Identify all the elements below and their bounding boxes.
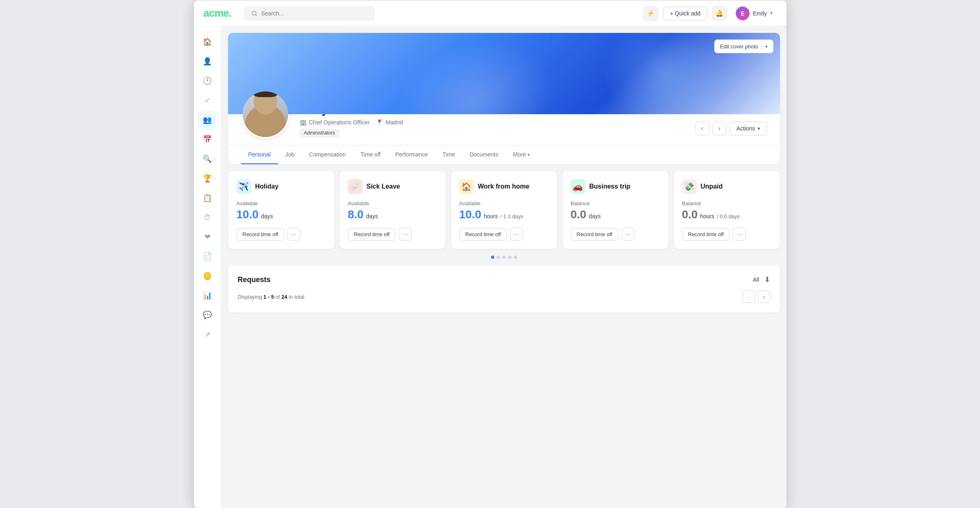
leave-sub-work-from-home: / 1.3 days bbox=[500, 213, 523, 219]
leave-icon-business-trip: 🚗 bbox=[571, 179, 585, 194]
profile-actions: ‹ › Actions ▾ bbox=[695, 122, 767, 139]
record-btn-business-trip[interactable]: Record time off bbox=[571, 228, 619, 241]
sidebar-item-home[interactable]: 🏠 bbox=[198, 33, 216, 51]
more-options-btn-sick-leave[interactable]: ··· bbox=[399, 228, 412, 241]
sidebar-item-coins[interactable]: 🪙 bbox=[198, 267, 216, 285]
sidebar-item-calendar[interactable]: 📅 bbox=[198, 130, 216, 148]
next-page-button[interactable]: › bbox=[758, 291, 770, 303]
briefcase-icon: 🏢 bbox=[300, 119, 306, 126]
tab-more[interactable]: More ▾ bbox=[506, 145, 537, 164]
leave-title-business-trip: Business trip bbox=[589, 183, 630, 190]
leave-value-business-trip: 0.0 bbox=[571, 208, 587, 221]
actions-chevron-icon: ▾ bbox=[758, 126, 760, 131]
leave-unit-business-trip: days bbox=[589, 213, 601, 219]
pagination-dot-4[interactable] bbox=[514, 256, 517, 259]
pagination-dot-3[interactable] bbox=[508, 256, 511, 259]
leave-value-row-unpaid: 0.0 hours / 0.0 days bbox=[682, 208, 771, 221]
requests-header: Requests All ⬇ bbox=[238, 275, 770, 284]
prev-profile-button[interactable]: ‹ bbox=[695, 122, 709, 135]
sidebar-item-share[interactable]: ↗ bbox=[198, 326, 216, 343]
search-bar[interactable] bbox=[244, 7, 374, 20]
tab-compensation[interactable]: Compensation bbox=[302, 145, 353, 164]
download-icon[interactable]: ⬇ bbox=[764, 275, 770, 284]
edit-cover-label: Edit cover photo bbox=[720, 43, 758, 50]
app-logo[interactable]: acme. bbox=[204, 7, 232, 20]
pagination-dot-1[interactable] bbox=[497, 256, 500, 259]
record-btn-holiday[interactable]: Record time off bbox=[237, 228, 285, 241]
tab-documents[interactable]: Documents bbox=[462, 145, 506, 164]
requests-filter-label[interactable]: All bbox=[753, 276, 759, 283]
tab-timeoff[interactable]: Time off bbox=[353, 145, 388, 164]
displaying-middle: of bbox=[276, 294, 281, 300]
requests-count: Displaying 1 - 5 of 24 in total bbox=[238, 294, 304, 300]
leave-label-business-trip: Balance bbox=[571, 200, 660, 206]
sidebar-item-document[interactable]: 📄 bbox=[198, 247, 216, 265]
leave-card-header-business-trip: 🚗 Business trip bbox=[571, 179, 660, 194]
sidebar-item-chart[interactable]: 📊 bbox=[198, 287, 216, 304]
user-menu[interactable]: E Emily ▾ bbox=[732, 5, 776, 22]
sidebar-item-people[interactable]: 👤 bbox=[198, 52, 216, 70]
notifications-bell-btn[interactable]: 🔔 bbox=[712, 6, 727, 21]
leave-card-sick-leave: 🩹 Sick Leave Available 8.0 days Record t… bbox=[339, 171, 446, 249]
requests-meta: Displaying 1 - 5 of 24 in total ‹ › bbox=[238, 291, 770, 303]
tab-job[interactable]: Job bbox=[278, 145, 302, 164]
more-options-btn-unpaid[interactable]: ··· bbox=[733, 228, 746, 241]
quick-add-button[interactable]: + Quick add bbox=[663, 7, 707, 20]
more-options-btn-business-trip[interactable]: ··· bbox=[621, 228, 635, 241]
button-divider bbox=[762, 43, 762, 50]
edit-cover-caret-icon: ▾ bbox=[765, 44, 767, 49]
pagination-dot-0[interactable] bbox=[491, 256, 494, 259]
leave-title-unpaid: Unpaid bbox=[701, 183, 723, 190]
leave-card-actions-business-trip: Record time off ··· bbox=[571, 228, 660, 241]
user-name-label: Emily bbox=[753, 10, 767, 17]
sidebar-item-tasks[interactable]: ✓ bbox=[198, 91, 216, 109]
leave-title-holiday: Holiday bbox=[255, 183, 279, 190]
avatar-image: E bbox=[736, 7, 750, 20]
next-profile-button[interactable]: › bbox=[713, 122, 726, 135]
leave-unit-holiday: days bbox=[261, 213, 273, 219]
lightning-btn[interactable]: ⚡ bbox=[643, 6, 658, 21]
sidebar-item-heart[interactable]: ❤ bbox=[198, 228, 216, 246]
record-btn-sick-leave[interactable]: Record time off bbox=[348, 228, 396, 241]
location-icon: 📍 bbox=[376, 119, 383, 126]
leave-card-actions-holiday: Record time off ··· bbox=[237, 228, 326, 241]
tab-performance[interactable]: Performance bbox=[388, 145, 435, 164]
pagination-dots bbox=[228, 256, 780, 259]
tab-personal[interactable]: Personal bbox=[241, 145, 278, 164]
sidebar-item-clock[interactable]: ⏱ bbox=[198, 208, 216, 226]
sidebar-item-chat[interactable]: 💬 bbox=[198, 306, 216, 324]
sidebar-item-employees[interactable]: 👥 bbox=[198, 111, 216, 129]
profile-avatar-inner bbox=[243, 91, 288, 137]
pagination-dot-2[interactable] bbox=[502, 256, 506, 259]
record-btn-unpaid[interactable]: Record time off bbox=[682, 228, 730, 241]
leave-value-holiday: 10.0 bbox=[237, 208, 259, 221]
sidebar-item-reports[interactable]: 📋 bbox=[198, 189, 216, 207]
prev-page-button[interactable]: ‹ bbox=[743, 291, 755, 303]
leave-title-work-from-home: Work from home bbox=[478, 183, 530, 190]
displaying-total: 24 bbox=[281, 294, 287, 300]
leave-unit-sick-leave: days bbox=[366, 213, 378, 219]
profile-group-badge: Administrators bbox=[300, 129, 340, 137]
avatar: E bbox=[736, 7, 750, 20]
tab-time[interactable]: Time bbox=[435, 145, 463, 164]
actions-button[interactable]: Actions ▾ bbox=[730, 122, 767, 135]
leave-icon-unpaid: 💸 bbox=[682, 179, 697, 194]
leave-card-business-trip: 🚗 Business trip Balance 0.0 days Record … bbox=[562, 171, 669, 249]
main-layout: 🏠 👤 🕐 ✓ 👥 📅 🔍 🏆 📋 ⏱ ❤ 📄 🪙 📊 💬 ↗ bbox=[194, 26, 787, 508]
requests-actions: All ⬇ bbox=[753, 275, 770, 284]
profile-card: Edit cover photo ▾ bbox=[228, 33, 780, 164]
leave-label-holiday: Available bbox=[237, 200, 326, 206]
edit-cover-photo-button[interactable]: Edit cover photo ▾ bbox=[714, 39, 774, 53]
requests-title: Requests bbox=[238, 276, 271, 284]
sidebar-item-time[interactable]: 🕐 bbox=[198, 72, 216, 90]
leave-card-actions-work-from-home: Record time off ··· bbox=[459, 228, 549, 241]
search-input[interactable] bbox=[261, 10, 367, 17]
record-btn-work-from-home[interactable]: Record time off bbox=[459, 228, 507, 241]
sidebar-item-trophy[interactable]: 🏆 bbox=[198, 169, 216, 187]
app-window: acme. ⚡ + Quick add 🔔 E Emily ▾ bbox=[193, 0, 787, 508]
profile-title: Chief Operations Officer bbox=[309, 119, 370, 126]
leave-card-header-unpaid: 💸 Unpaid bbox=[682, 179, 771, 194]
more-options-btn-work-from-home[interactable]: ··· bbox=[510, 228, 523, 241]
more-options-btn-holiday[interactable]: ··· bbox=[287, 228, 300, 241]
sidebar-item-search[interactable]: 🔍 bbox=[198, 150, 216, 168]
